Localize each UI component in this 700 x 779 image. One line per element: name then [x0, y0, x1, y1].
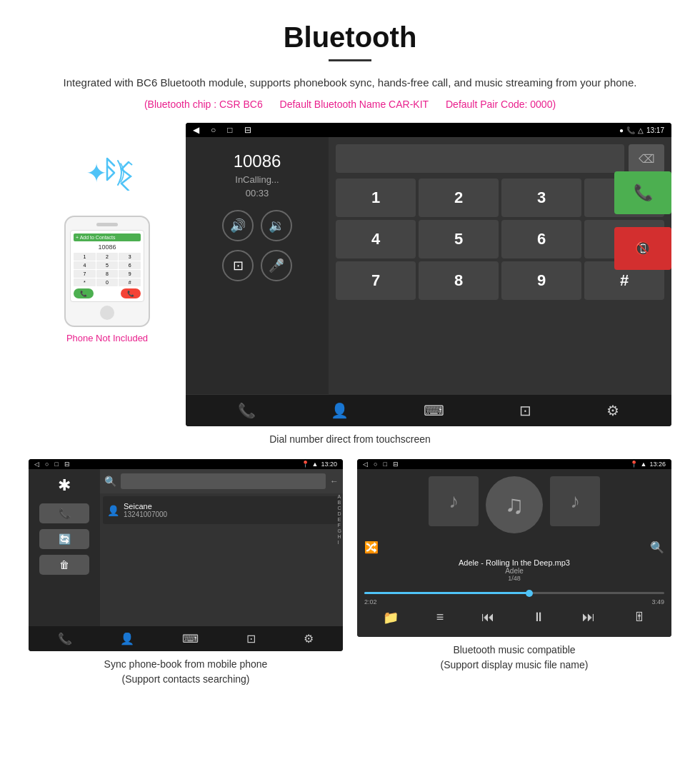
- nav-back-icon: ◀: [193, 125, 199, 135]
- music-time-current: 2:02: [364, 598, 377, 605]
- phone-key-star: *: [74, 278, 96, 286]
- bottom-transfer-icon[interactable]: ⊡: [519, 402, 531, 419]
- bottom-keypad-icon[interactable]: ⌨: [424, 402, 444, 419]
- call-action-buttons: 📞 📵: [614, 171, 671, 270]
- bluetooth-icon-area: ✦: [71, 151, 143, 208]
- pb-nav-back: ◁: [34, 461, 39, 468]
- phone-key-9: 9: [119, 270, 141, 278]
- pb-contact-row[interactable]: 👤 Seicane 13241007000: [103, 496, 340, 524]
- music-search-icon[interactable]: 🔍: [650, 541, 664, 554]
- key-2[interactable]: 2: [419, 179, 499, 217]
- backspace-icon: ⌫: [639, 152, 655, 166]
- music-caption-line2: (Support display music file name): [441, 659, 589, 670]
- pb-alpha-g[interactable]: G: [338, 528, 341, 533]
- music-next-icon[interactable]: ⏭: [582, 610, 595, 625]
- phonebook-bottom-bar: 📞 👤 ⌨ ⊡ ⚙: [29, 626, 343, 651]
- phonebook-main: 🔍 ← 👤 Seicane 13241007000: [100, 469, 343, 626]
- music-nav-recent: □: [383, 461, 386, 468]
- phonebook-status-bar: ◁ ○ □ ⊟ 📍 ▲ 13:20: [29, 459, 343, 469]
- pb-back-arrow: ←: [330, 476, 339, 486]
- phone-screen: + Add to Contacts 10086 1 2 3 4 5 6 7 8 …: [70, 230, 144, 302]
- spec-name: Default Bluetooth Name CAR-KIT: [280, 99, 429, 110]
- pb-alpha-b[interactable]: B: [338, 500, 341, 505]
- pb-bluetooth-icon: ✱: [58, 476, 71, 495]
- pb-alpha-i[interactable]: I: [338, 540, 341, 545]
- music-nav-home: ○: [374, 461, 377, 468]
- phone-side: ✦ + Add to Contacts 100: [29, 123, 186, 343]
- music-time-row: 2:02 3:49: [364, 598, 664, 605]
- pb-alpha-e[interactable]: E: [338, 517, 341, 522]
- call-status: InCalling...: [235, 174, 279, 185]
- pb-search-icon: 🔍: [104, 476, 116, 487]
- location-icon: ●: [619, 126, 624, 134]
- nav-menu-icon: ⊟: [244, 125, 251, 135]
- pb-bottom-transfer-icon[interactable]: ⊡: [246, 632, 256, 645]
- backspace-button[interactable]: ⌫: [629, 144, 664, 173]
- bottom-calls-icon[interactable]: 📞: [238, 402, 256, 419]
- phonebook-caption: Sync phone-book from mobile phone (Suppo…: [29, 657, 343, 687]
- key-6[interactable]: 6: [501, 220, 581, 258]
- shuffle-icon[interactable]: 🔀: [364, 541, 379, 554]
- phone-key-6: 6: [119, 261, 141, 269]
- pb-nav-recent: □: [54, 461, 58, 468]
- nav-recent-icon: □: [227, 125, 232, 135]
- music-count: 1/48: [459, 575, 570, 582]
- music-folder-icon[interactable]: 📁: [383, 610, 399, 625]
- pb-bottom-settings-icon[interactable]: ⚙: [304, 632, 314, 645]
- spec-code: Default Pair Code: 0000): [446, 99, 556, 110]
- call-icon: 📞: [626, 126, 635, 134]
- end-call-button[interactable]: 📵: [614, 227, 671, 270]
- pb-alpha-f[interactable]: F: [338, 523, 341, 528]
- pb-search-input[interactable]: [121, 473, 326, 489]
- call-controls: 🔊 🔉: [222, 210, 292, 241]
- call-controls-row2: ⊡ 🎤: [222, 250, 292, 281]
- key-9[interactable]: 9: [501, 261, 581, 300]
- call-button[interactable]: 📞: [614, 171, 671, 214]
- key-1[interactable]: 1: [336, 179, 416, 217]
- nav-home-icon: ○: [211, 125, 216, 135]
- music-prev-icon[interactable]: ⏮: [481, 610, 494, 625]
- description-text: Integrated with BC6 Bluetooth module, su…: [29, 74, 671, 91]
- key-4[interactable]: 4: [336, 220, 416, 258]
- transfer-button[interactable]: ⊡: [222, 250, 254, 281]
- pb-alpha-a[interactable]: A: [338, 494, 341, 499]
- music-controls: 📁 ≡ ⏮ ⏸ ⏭ 🎚: [364, 610, 664, 625]
- phone-not-included-label: Phone Not Included: [66, 333, 148, 343]
- pb-contact-icon: 👤: [107, 505, 119, 516]
- music-playlist-icon[interactable]: ≡: [436, 610, 444, 625]
- music-play-pause-icon[interactable]: ⏸: [532, 610, 545, 625]
- pb-alpha-d[interactable]: D: [338, 511, 341, 516]
- music-equalizer-icon[interactable]: 🎚: [633, 610, 646, 625]
- key-8[interactable]: 8: [419, 261, 499, 300]
- key-5[interactable]: 5: [419, 220, 499, 258]
- mic-icon: 🎤: [269, 258, 284, 273]
- music-caption: Bluetooth music compatible (Support disp…: [357, 643, 671, 673]
- music-caption-line1: Bluetooth music compatible: [453, 644, 575, 655]
- music-nav-menu: ⊟: [393, 461, 399, 468]
- title-divider: [329, 59, 371, 61]
- android-dialer-screen: ◀ ○ □ ⊟ ● 📞 △ 13:17 10086 InCalling...: [186, 123, 671, 426]
- music-progress-bar[interactable]: [364, 592, 664, 594]
- pb-bottom-keypad-icon[interactable]: ⌨: [182, 632, 199, 645]
- pb-delete-button[interactable]: 🗑: [39, 555, 89, 575]
- key-7[interactable]: 7: [336, 261, 416, 300]
- status-icons: ● 📞 △ 13:17: [619, 126, 664, 134]
- main-section: ✦ + Add to Contacts 100: [29, 123, 671, 426]
- phone-key-3: 3: [119, 253, 141, 261]
- album-art-left: ♪: [429, 476, 479, 526]
- mute-button[interactable]: 🎤: [261, 250, 292, 281]
- dialer-input-field[interactable]: [336, 144, 624, 173]
- pb-refresh-button[interactable]: 🔄: [39, 529, 89, 549]
- volume-down-icon: 🔉: [269, 218, 284, 233]
- pb-bottom-calls-icon[interactable]: 📞: [58, 632, 72, 645]
- pb-bottom-contacts-icon[interactable]: 👤: [120, 632, 134, 645]
- pb-alpha-h[interactable]: H: [338, 534, 341, 539]
- pb-time: 13:20: [321, 461, 337, 468]
- key-3[interactable]: 3: [501, 179, 581, 217]
- bottom-settings-icon[interactable]: ⚙: [606, 402, 619, 419]
- volume-up-button[interactable]: 🔊: [222, 210, 254, 241]
- bottom-contacts-icon[interactable]: 👤: [331, 402, 349, 419]
- volume-down-button[interactable]: 🔉: [261, 210, 292, 241]
- pb-call-button[interactable]: 📞: [39, 503, 89, 523]
- pb-alpha-c[interactable]: C: [338, 506, 341, 511]
